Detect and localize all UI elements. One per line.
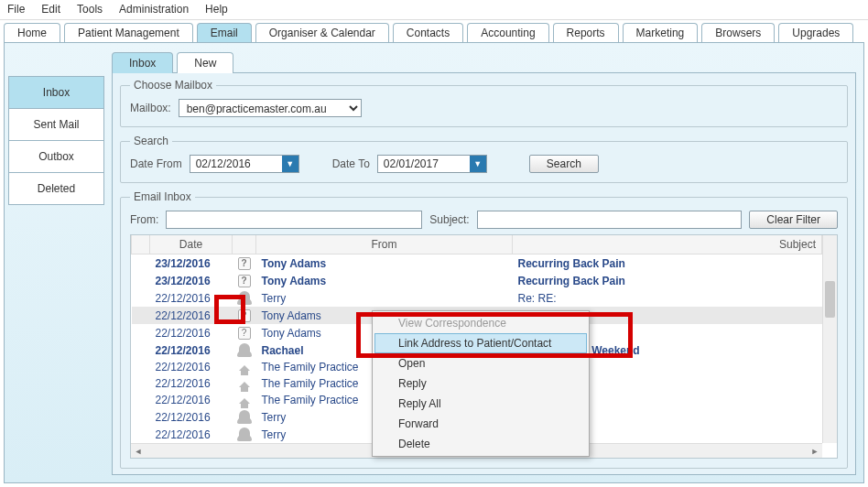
tab-patient-management[interactable]: Patient Management [64, 23, 193, 43]
cell-attachment [132, 254, 150, 273]
tab-upgrades[interactable]: Upgrades [778, 23, 853, 43]
cell-contact-type-icon [233, 341, 256, 359]
cell-subject: Recurring Back Pain [513, 254, 822, 273]
subtab-inbox[interactable]: Inbox [112, 52, 173, 73]
tab-browsers[interactable]: Browsers [701, 23, 775, 43]
col-from[interactable]: From [256, 235, 513, 254]
house-icon [239, 365, 250, 371]
cell-attachment [132, 359, 150, 375]
cell-attachment [132, 324, 150, 341]
tab-email[interactable]: Email [197, 23, 252, 43]
menu-administration[interactable]: Administration [119, 3, 189, 16]
tab-organiser-calendar[interactable]: Organiser & Calendar [255, 23, 389, 43]
col-date[interactable]: Date [150, 235, 233, 254]
subtab-new[interactable]: New [177, 52, 233, 73]
folder-deleted[interactable]: Deleted [8, 172, 104, 205]
main-tabstrip: Home Patient Management Email Organiser … [0, 20, 868, 42]
table-row[interactable]: 23/12/2016?Tony AdamsRecurring Back Pain [132, 272, 822, 289]
tab-marketing[interactable]: Marketing [623, 23, 699, 43]
date-to-dropdown-icon[interactable]: ▼ [470, 156, 486, 172]
cell-attachment [132, 272, 150, 289]
cell-attachment [132, 408, 150, 426]
input-from-filter[interactable] [166, 211, 422, 229]
cell-subject: Re: RE: [513, 289, 822, 307]
question-icon: ? [238, 275, 251, 287]
menu-help[interactable]: Help [205, 3, 228, 16]
label-from-filter: From: [130, 213, 158, 226]
cell-contact-type-icon: ? [233, 272, 256, 289]
house-icon [239, 382, 250, 387]
select-mailbox[interactable]: ben@practicemaster.com.au [179, 99, 362, 117]
context-menu-item[interactable]: Open [374, 353, 587, 373]
legend-email-inbox: Email Inbox [130, 190, 195, 203]
context-menu-item[interactable]: Reply [374, 373, 587, 394]
menu-tools[interactable]: Tools [77, 3, 103, 16]
cell-date: 22/12/2016 [150, 307, 233, 324]
date-from-field[interactable]: 02/12/2016 ▼ [190, 155, 299, 173]
tab-home[interactable]: Home [4, 23, 60, 43]
search-button[interactable]: Search [529, 155, 599, 173]
cell-contact-type-icon: ? [233, 254, 256, 273]
cell-date: 22/12/2016 [150, 408, 233, 426]
menu-file[interactable]: File [7, 3, 25, 16]
cell-contact-type-icon: ? [233, 307, 256, 324]
vertical-scrollbar[interactable] [822, 235, 837, 443]
context-menu-item[interactable]: Link Address to Patient/Contact [374, 333, 587, 353]
folder-sent-mail[interactable]: Sent Mail [8, 108, 104, 141]
folder-outbox[interactable]: Outbox [8, 140, 104, 173]
cell-contact-type-icon [233, 392, 256, 408]
cell-attachment [132, 392, 150, 408]
menu-bar: File Edit Tools Administration Help [0, 0, 868, 20]
date-from-value: 02/12/2016 [190, 156, 282, 172]
clear-filter-button[interactable]: Clear Filter [749, 211, 838, 229]
legend-choose-mailbox: Choose Mailbox [130, 79, 216, 92]
cell-contact-type-icon [233, 408, 256, 426]
cell-date: 22/12/2016 [150, 341, 233, 359]
cell-from: Terry [256, 289, 513, 307]
col-attachment[interactable] [132, 235, 150, 254]
cell-contact-type-icon [233, 289, 256, 307]
context-menu-item[interactable]: Forward [374, 414, 587, 434]
cell-date: 22/12/2016 [150, 289, 233, 307]
label-mailbox: Mailbox: [130, 102, 171, 114]
date-from-dropdown-icon[interactable]: ▼ [282, 156, 298, 172]
col-icon[interactable] [233, 235, 256, 254]
folder-inbox[interactable]: Inbox [8, 76, 104, 109]
table-row[interactable]: 22/12/2016TerryRe: RE: [132, 289, 822, 307]
cell-from: Tony Adams [256, 272, 513, 289]
table-row[interactable]: 23/12/2016?Tony AdamsRecurring Back Pain [132, 254, 822, 273]
label-subject-filter: Subject: [429, 213, 469, 226]
cell-attachment [132, 289, 150, 307]
cell-attachment [132, 307, 150, 324]
cell-date: 22/12/2016 [150, 392, 233, 408]
label-date-to: Date To [332, 157, 370, 170]
folder-sidebar: Inbox Sent Mail Outbox Deleted [8, 76, 104, 475]
menu-edit[interactable]: Edit [41, 3, 60, 16]
cell-from: Tony Adams [256, 254, 513, 273]
person-icon [239, 427, 250, 438]
label-date-from: Date From [130, 157, 182, 170]
scroll-left-icon[interactable]: ◄ [131, 444, 146, 459]
context-menu: View CorrespondenceLink Address to Patie… [372, 310, 590, 457]
col-subject[interactable]: Subject [513, 235, 822, 254]
cell-attachment [132, 426, 150, 443]
input-subject-filter[interactable] [477, 211, 743, 229]
date-to-field[interactable]: 02/01/2017 ▼ [377, 155, 487, 173]
person-icon [239, 291, 250, 302]
tab-reports[interactable]: Reports [553, 23, 619, 43]
question-icon: ? [238, 257, 251, 270]
cell-date: 22/12/2016 [150, 359, 233, 375]
context-menu-item[interactable]: Reply All [374, 394, 587, 414]
cell-subject: Recurring Back Pain [513, 272, 822, 289]
tab-accounting[interactable]: Accounting [467, 23, 548, 43]
house-icon [239, 398, 250, 404]
context-menu-item[interactable]: Delete [374, 434, 587, 454]
cell-contact-type-icon [233, 426, 256, 443]
cell-date: 23/12/2016 [150, 272, 233, 289]
tab-contacts[interactable]: Contacts [393, 23, 463, 43]
date-to-value: 02/01/2017 [378, 156, 470, 172]
scroll-right-icon[interactable]: ► [808, 444, 822, 459]
question-icon: ? [238, 327, 251, 340]
cell-contact-type-icon [233, 375, 256, 392]
legend-search: Search [130, 135, 172, 147]
